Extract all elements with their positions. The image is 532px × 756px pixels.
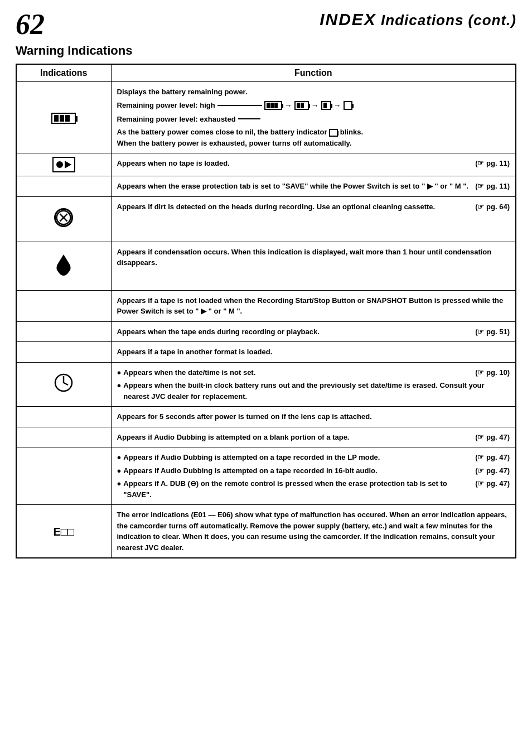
audio-dub-lp-indication	[16, 447, 111, 505]
tape-end-text: Appears when the tape ends during record…	[117, 326, 320, 338]
table-row: Appears for 5 seconds after power is tur…	[16, 407, 516, 427]
dirty-heads-text: Appears if dirt is detected on the heads…	[117, 201, 436, 213]
table-header-function: Function	[111, 64, 516, 82]
record-play-icon	[52, 157, 75, 172]
audio-dub-blank-text-row: Appears if Audio Dubbing is attempted on…	[117, 432, 510, 443]
bat-full-icon	[264, 101, 282, 110]
condensation-indication	[16, 242, 111, 290]
audio-dub-blank-indication	[16, 427, 111, 447]
erase-protect-text: Appears when the erase protection tab is…	[117, 181, 468, 192]
page-header: 62 INDEX Indications (cont.)	[16, 10, 516, 39]
drop-icon	[54, 253, 73, 276]
no-tape-text: Appears when no tape is loaded.	[117, 158, 230, 169]
audio-dub-lp-pgref-3: (☞ pg. 47)	[475, 478, 510, 489]
clock-text-row-1: ● Appears when the date/time is not set.…	[117, 367, 510, 378]
bullet-lp-1: ●	[117, 452, 122, 463]
dirty-heads-function: Appears if dirt is detected on the heads…	[111, 196, 516, 242]
audio-dub-lp-text-3: Appears if A. DUB (⊖) on the remote cont…	[123, 478, 471, 500]
no-tape-indication	[16, 153, 111, 176]
clock-indication	[16, 362, 111, 407]
battery-indication	[16, 82, 111, 153]
table-row: ● Appears when the date/time is not set.…	[16, 362, 516, 407]
erase-protect-text-row: Appears when the erase protection tab is…	[117, 181, 510, 192]
circle-x-icon	[54, 208, 73, 227]
bat-2bar-icon	[294, 101, 309, 110]
audio-dub-blank-text: Appears if Audio Dubbing is attempted on…	[117, 432, 350, 443]
table-row: Appears when the tape ends during record…	[16, 321, 516, 342]
bullet-2: ●	[117, 380, 122, 391]
battery-icon	[51, 113, 76, 124]
battery-terminal	[76, 116, 78, 122]
table-row: Displays the battery remaining power. Re…	[16, 82, 516, 153]
lens-cap-indication	[16, 407, 111, 427]
wrong-format-function: Appears if a tape in another format is l…	[111, 342, 516, 363]
audio-dub-blank-function: Appears if Audio Dubbing is attempted on…	[111, 427, 516, 447]
battery-bar-2	[60, 115, 64, 122]
table-row: Appears if a tape in another format is l…	[16, 342, 516, 363]
clock-icon	[54, 373, 74, 393]
battery-blinks-text: As the battery power comes close to nil,…	[117, 127, 510, 148]
table-row: Appears when no tape is loaded. (☞ pg. 1…	[16, 153, 516, 176]
header-right: INDEX Indications (cont.)	[50, 10, 516, 29]
index-word: INDEX	[320, 10, 376, 28]
wrong-format-indication	[16, 342, 111, 363]
condensation-function: Appears if condensation occurs. When thi…	[111, 242, 516, 290]
battery-dash-line	[217, 105, 262, 106]
no-tape-record-function: Appears if a tape is not loaded when the…	[111, 290, 516, 321]
lens-cap-text: Appears for 5 seconds after power is tur…	[117, 412, 372, 421]
audio-dub-blank-pgref: (☞ pg. 47)	[475, 432, 510, 443]
table-row: E□□ The error indications (E01 — E06) sh…	[16, 505, 516, 558]
audio-dub-lp-text-1: Appears if Audio Dubbing is attempted on…	[123, 452, 471, 463]
clock-text-row-2: ● Appears when the built-in clock batter…	[117, 380, 510, 402]
wrong-format-text: Appears if a tape in another format is l…	[117, 348, 273, 356]
battery-function: Displays the battery remaining power. Re…	[111, 82, 516, 153]
dirty-heads-indication	[16, 196, 111, 242]
dirty-heads-pgref: (☞ pg. 64)	[475, 201, 510, 213]
tape-end-pgref: (☞ pg. 51)	[475, 326, 510, 338]
no-tape-text-row: Appears when no tape is loaded. (☞ pg. 1…	[117, 158, 510, 169]
section-title: Warning Indications	[16, 44, 516, 58]
tape-end-text-row: Appears when the tape ends during record…	[117, 326, 510, 338]
page-number: 62	[16, 10, 45, 39]
condensation-text: Appears if condensation occurs. When thi…	[117, 248, 492, 267]
clock-pgref-1: (☞ pg. 10)	[475, 367, 510, 378]
error-function: The error indications (E01 — E06) show w…	[111, 505, 516, 558]
rec-dot	[56, 161, 63, 168]
header-title: INDEX Indications (cont.)	[320, 12, 516, 28]
lens-cap-function: Appears for 5 seconds after power is tur…	[111, 407, 516, 427]
no-tape-record-text: Appears if a tape is not loaded when the…	[117, 296, 504, 316]
audio-dub-lp-row-2: ● Appears if Audio Dubbing is attempted …	[117, 465, 510, 476]
clock-text-2: Appears when the built-in clock battery …	[123, 380, 510, 402]
erase-protect-function: Appears when the erase protection tab is…	[111, 176, 516, 197]
table-header-indications: Indications	[16, 64, 111, 82]
tape-end-function: Appears when the tape ends during record…	[111, 321, 516, 342]
error-text: The error indications (E01 — E06) show w…	[117, 511, 507, 552]
erase-protect-pgref: (☞ pg. 11)	[475, 181, 510, 192]
bullet-lp-3: ●	[117, 478, 122, 489]
battery-bar-1	[54, 115, 59, 122]
warning-table: Indications Function Displays the batt	[16, 64, 516, 558]
play-triangle	[65, 161, 71, 168]
battery-level-row: Remaining power level: high →	[117, 100, 510, 112]
bat-blink-icon	[329, 129, 338, 137]
table-row: Appears if Audio Dubbing is attempted on…	[16, 427, 516, 447]
arrow-2: →	[311, 100, 319, 112]
erase-protect-indication	[16, 176, 111, 197]
bullet-1: ●	[117, 367, 122, 378]
audio-dub-lp-pgref-1: (☞ pg. 47)	[475, 452, 510, 463]
table-row: ● Appears if Audio Dubbing is attempted …	[16, 447, 516, 505]
audio-dub-lp-row-1: ● Appears if Audio Dubbing is attempted …	[117, 452, 510, 463]
error-code-text: E□□	[54, 526, 75, 538]
x-circle-svg	[56, 208, 71, 227]
bullet-lp-2: ●	[117, 465, 122, 476]
no-tape-pgref: (☞ pg. 11)	[475, 158, 510, 169]
battery-high-label: Remaining power level: high	[117, 100, 215, 111]
no-tape-record-indication	[16, 290, 111, 321]
svg-line-5	[64, 383, 68, 385]
arrow-3: →	[333, 100, 341, 112]
table-row: Appears if condensation occurs. When thi…	[16, 242, 516, 290]
battery-bar-3	[65, 115, 70, 122]
clock-text-1: Appears when the date/time is not set.	[123, 367, 471, 378]
no-tape-function: Appears when no tape is loaded. (☞ pg. 1…	[111, 153, 516, 176]
battery-exhausted-label: Remaining power level: exhausted	[117, 114, 236, 125]
